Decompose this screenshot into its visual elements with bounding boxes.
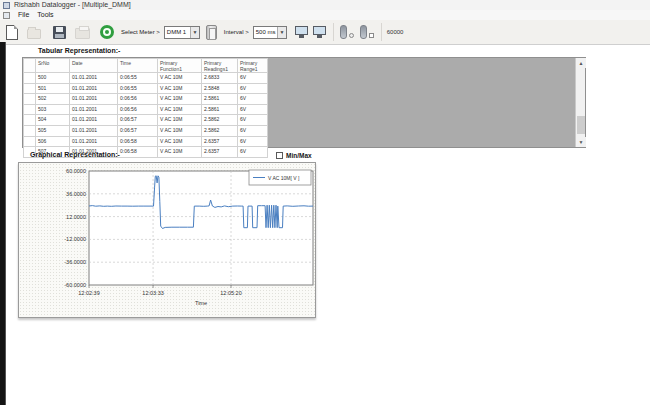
meter-select[interactable]: DMM 1 ▼ — [164, 26, 200, 39]
minmax-label: Min/Max — [286, 152, 312, 159]
window-title: Rishabh Datalogger - [Multiple_DMM] — [14, 0, 131, 10]
meter-device-icon — [206, 25, 217, 40]
menu-tools[interactable]: Tools — [37, 10, 53, 20]
table-cell: 01.01.2001 — [70, 104, 118, 115]
meter-device-button[interactable] — [206, 21, 217, 43]
connect-icon — [100, 25, 114, 39]
mdi-child-icon — [3, 12, 10, 19]
graphical-heading: Graphical Representation:- — [30, 151, 120, 158]
table-header-row: SrNoDateTimePrimary Function1Primary Rea… — [24, 59, 268, 73]
toolbar: Select Meter > DMM 1 ▼ Interval > 500 ms… — [0, 20, 650, 45]
table-cell: 01.01.2001 — [70, 136, 118, 147]
new-file-button[interactable] — [6, 21, 18, 43]
toolbar-separator — [333, 23, 334, 41]
table-cell: 504 — [36, 115, 70, 126]
y-tick-label: -12.0000 — [64, 236, 86, 242]
table-cell: V AC 10M — [158, 147, 202, 158]
table-cell: 6V — [238, 94, 268, 105]
open-button — [27, 21, 41, 43]
menu-bar: File Tools — [0, 10, 650, 20]
row-selector[interactable] — [24, 136, 36, 147]
stop-logging-button[interactable] — [360, 21, 374, 43]
table-cell: 500 — [36, 73, 70, 84]
log-to-pc-button[interactable] — [313, 21, 326, 43]
table-row[interactable]: 50601.01.20010:06:58V AC 10M2.63576V — [24, 136, 268, 147]
y-tick-label: -60.0000 — [64, 282, 86, 288]
table-cell: 501 — [36, 83, 70, 94]
app-icon — [3, 2, 10, 9]
sample-count: 60000 — [387, 29, 404, 35]
read-meter-button[interactable] — [295, 21, 308, 43]
column-header: Primary Range1 — [238, 59, 268, 73]
table-cell: 0:06:57 — [118, 115, 158, 126]
new-file-icon — [6, 25, 18, 40]
monitor-icon — [295, 26, 308, 35]
table-cell: 0:06:56 — [118, 104, 158, 115]
table-cell: 6V — [238, 73, 268, 84]
row-selector[interactable] — [24, 94, 36, 105]
table-cell: V AC 10M — [158, 83, 202, 94]
start-logging-button[interactable] — [340, 21, 354, 43]
table-cell: V AC 10M — [158, 115, 202, 126]
table-row[interactable]: 50301.01.20010:06:56V AC 10M2.58616V — [24, 104, 268, 115]
table-row[interactable]: 50101.01.20010:06:55V AC 10M2.58486V — [24, 83, 268, 94]
readings-table-container: SrNoDateTimePrimary Function1Primary Rea… — [22, 57, 586, 148]
table-cell: V AC 10M — [158, 73, 202, 84]
save-icon — [53, 26, 66, 39]
row-selector[interactable] — [24, 104, 36, 115]
row-selector[interactable] — [24, 73, 36, 84]
table-cell: 0:06:57 — [118, 125, 158, 136]
table-cell: 2.5861 — [202, 94, 238, 105]
table-cell: V AC 10M — [158, 94, 202, 105]
print-icon — [75, 28, 90, 39]
table-cell: 01.01.2001 — [70, 94, 118, 105]
table-cell: V AC 10M — [158, 125, 202, 136]
interval-select[interactable]: 500 ms ▼ — [253, 26, 287, 39]
table-row[interactable]: 50001.01.20010:06:55V AC 10M2.68336V — [24, 73, 268, 84]
table-cell: 6V — [238, 147, 268, 158]
table-cell: 0:06:55 — [118, 83, 158, 94]
table-row[interactable]: 50501.01.20010:06:57V AC 10M2.58626V — [24, 125, 268, 136]
open-folder-icon — [27, 29, 41, 39]
row-selector[interactable] — [24, 125, 36, 136]
x-tick-label: 12:02:39 — [78, 290, 99, 296]
table-cell: 0:06:56 — [118, 94, 158, 105]
table-cell: 2.5848 — [202, 83, 238, 94]
table-cell: 01.01.2001 — [70, 83, 118, 94]
column-header: Date — [70, 59, 118, 73]
chart-canvas: 60.000036.000012.0000-12.0000-36.0000-60… — [19, 163, 317, 319]
table-row[interactable]: 50201.01.20010:06:56V AC 10M2.58616V — [24, 94, 268, 105]
x-axis-title: Time — [195, 300, 207, 306]
table-row[interactable]: 50401.01.20010:06:57V AC 10M2.58626V — [24, 115, 268, 126]
stop-square-icon — [369, 33, 374, 38]
connect-button[interactable] — [100, 21, 114, 43]
table-cell: 6V — [238, 115, 268, 126]
scroll-down-arrow[interactable]: ▼ — [576, 137, 586, 147]
scroll-thumb[interactable] — [577, 116, 585, 134]
table-cell: 2.6357 — [202, 136, 238, 147]
table-cell: V AC 10M — [158, 104, 202, 115]
minmax-checkbox[interactable] — [276, 152, 283, 159]
chevron-down-icon: ▼ — [190, 27, 199, 38]
meter-select-value: DMM 1 — [165, 29, 188, 35]
battery-icon — [340, 25, 347, 39]
y-tick-label: 60.0000 — [66, 168, 86, 174]
menu-file[interactable]: File — [18, 10, 29, 20]
record-dot-icon — [349, 33, 354, 38]
scroll-up-arrow[interactable]: ▲ — [576, 58, 586, 68]
save-button[interactable] — [53, 21, 66, 43]
table-cell: 01.01.2001 — [70, 115, 118, 126]
table-cell: 0:06:58 — [118, 147, 158, 158]
row-selector[interactable] — [24, 83, 36, 94]
table-cell: 2.6357 — [202, 147, 238, 158]
row-selector[interactable] — [24, 115, 36, 126]
column-header: Primary Function1 — [158, 59, 202, 73]
tabular-heading: Tabular Representation:- — [38, 47, 120, 54]
chart-container: 60.000036.000012.0000-12.0000-36.0000-60… — [18, 162, 316, 318]
table-scrollbar[interactable]: ▲ ▼ — [575, 58, 585, 147]
app-window: Rishabh Datalogger - [Multiple_DMM] File… — [0, 0, 650, 405]
column-header: Time — [118, 59, 158, 73]
battery-icon — [360, 25, 367, 39]
table-cell: 506 — [36, 136, 70, 147]
table-body: 50001.01.20010:06:55V AC 10M2.68336V5010… — [24, 73, 268, 158]
